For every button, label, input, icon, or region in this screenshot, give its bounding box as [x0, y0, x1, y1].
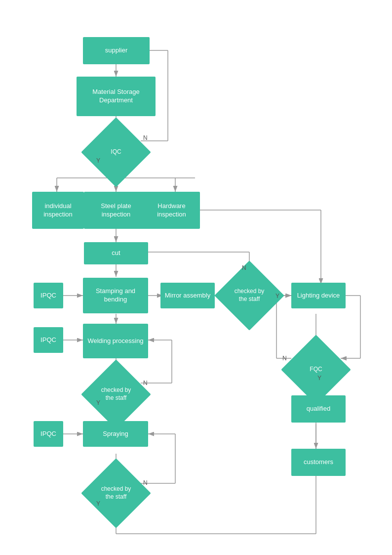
- hardware-inspection-node: Hardware inspection: [143, 192, 200, 229]
- checked2-y-label: Y: [275, 293, 279, 299]
- checked2-diamond: checked by the staff: [225, 271, 274, 320]
- checked1-n-label: N: [143, 380, 148, 386]
- material-storage-node: Material Storage Department: [77, 77, 156, 116]
- customers-node: customers: [291, 449, 346, 476]
- ipqc1-node: IPQC: [34, 283, 63, 308]
- lighting-node: Lighting device: [291, 283, 346, 308]
- checked3-n-label: N: [143, 479, 148, 486]
- checked3-diamond: checked by the staff: [91, 469, 141, 518]
- stamping-node: Stamping and bending: [83, 278, 148, 313]
- welding-node: Welding processing: [83, 324, 148, 358]
- spraying-node: Spraying: [83, 421, 148, 447]
- flowchart: supplier Material Storage Department IQC…: [0, 0, 392, 555]
- individual-inspection-node: individual inspection: [32, 192, 84, 229]
- mirror-assembly-node: Mirror assembly: [160, 283, 215, 308]
- iqc-diamond: IQC: [91, 128, 141, 177]
- qualified-node: qualified: [291, 395, 346, 423]
- checked2-n-label: N: [242, 264, 246, 271]
- iqc-n-label: N: [143, 134, 148, 141]
- steel-plate-node: Steel plate inspection: [84, 192, 148, 229]
- cut-node: cut: [84, 242, 148, 264]
- ipqc3-node: IPQC: [34, 421, 63, 447]
- fqc-n-label: N: [282, 355, 287, 362]
- checked1-diamond: checked by the staff: [91, 370, 141, 419]
- ipqc2-node: IPQC: [34, 327, 63, 353]
- supplier-node: supplier: [83, 37, 150, 64]
- fqc-diamond: FQC: [291, 345, 341, 394]
